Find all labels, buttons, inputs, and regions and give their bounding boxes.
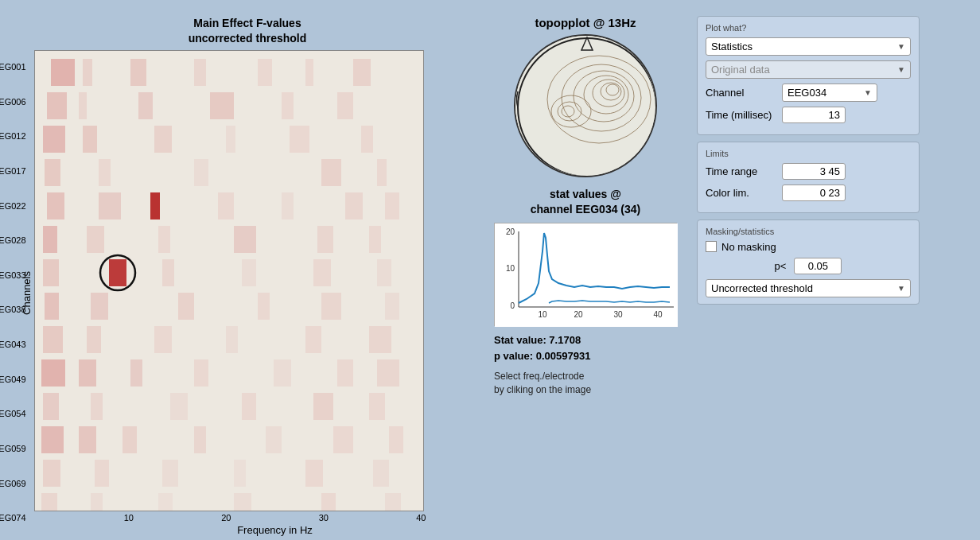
svg-rect-38 [43, 259, 59, 286]
svg-rect-52 [87, 326, 101, 353]
channel-label-eeg069: EEG069 [0, 480, 26, 488]
channel-label-eeg001: EEG001 [0, 63, 26, 72]
threshold-dropdown[interactable]: Uncorrected threshold ▼ [706, 279, 911, 297]
p-value-row: p< [706, 258, 911, 274]
topo-plot [514, 34, 657, 177]
time-range-row: Time range [706, 163, 911, 180]
svg-rect-64 [43, 393, 59, 420]
svg-text:10: 10 [506, 264, 515, 273]
svg-rect-70 [41, 426, 64, 453]
svg-rect-49 [321, 293, 341, 320]
svg-rect-30 [345, 192, 363, 219]
threshold-dropdown-arrow: ▼ [897, 284, 905, 293]
svg-rect-42 [313, 259, 331, 286]
svg-rect-51 [43, 326, 63, 353]
svg-rect-15 [83, 126, 97, 153]
svg-rect-81 [305, 460, 323, 487]
svg-rect-9 [79, 92, 87, 119]
svg-rect-67 [242, 393, 256, 420]
stat-svg: 20 10 0 10 20 30 40 [495, 223, 678, 327]
heatmap-plot[interactable]: EEG001 EEG006 EEG012 EEG017 EEG022 EEG02… [34, 50, 474, 536]
svg-rect-40 [162, 259, 174, 286]
svg-rect-21 [99, 159, 111, 186]
controls-section: Plot what? Statistics ▼ Original data ▼ … [697, 16, 920, 305]
svg-rect-20 [45, 159, 60, 186]
x-tick-10: 10 [124, 513, 134, 523]
statistics-dropdown[interactable]: Statistics ▼ [706, 37, 911, 56]
statistics-dropdown-arrow: ▼ [897, 42, 905, 51]
svg-rect-66 [170, 393, 188, 420]
svg-rect-24 [377, 159, 387, 186]
svg-rect-65 [91, 393, 103, 420]
svg-rect-82 [373, 460, 389, 487]
svg-rect-84 [91, 493, 103, 511]
svg-rect-43 [377, 259, 391, 286]
x-tick-40: 40 [416, 513, 426, 523]
svg-rect-16 [154, 126, 172, 153]
plot-what-panel: Plot what? Statistics ▼ Original data ▼ … [697, 16, 920, 135]
svg-rect-72 [122, 426, 137, 453]
channel-label-eeg028: EEG028 [0, 236, 26, 245]
svg-rect-75 [333, 426, 353, 453]
topo-title: topopplot @ 13Hz [535, 16, 636, 29]
svg-rect-47 [178, 293, 194, 320]
p-input[interactable] [794, 258, 842, 274]
channel-label-eeg022: EEG022 [0, 202, 26, 211]
channel-label-eeg006: EEG006 [0, 98, 26, 107]
svg-rect-62 [337, 359, 353, 387]
heatmap-svg[interactable] [35, 51, 424, 511]
svg-rect-2 [83, 59, 92, 86]
time-input[interactable] [782, 107, 846, 123]
stat-plot[interactable]: 20 10 0 10 20 30 40 [494, 223, 677, 326]
time-range-label: Time range [706, 165, 777, 177]
original-data-dropdown[interactable]: Original data ▼ [706, 60, 911, 79]
svg-rect-59 [130, 359, 142, 387]
time-row: Time (millisec) [706, 107, 911, 123]
svg-rect-4 [194, 59, 206, 86]
svg-rect-83 [41, 493, 57, 511]
x-axis-label: Frequency in Hz [237, 524, 313, 536]
svg-rect-102 [495, 223, 678, 327]
channel-dropdown[interactable]: EEG034 ▼ [782, 84, 877, 102]
svg-rect-76 [389, 426, 403, 453]
svg-rect-77 [43, 460, 60, 487]
color-lim-row: Color lim. [706, 185, 911, 201]
channel-label-eeg017: EEG017 [0, 167, 26, 176]
p-value: p value: 0.00597931 [494, 348, 677, 365]
channel-label-eeg038: EEG038 [0, 305, 26, 314]
time-range-input[interactable] [782, 163, 846, 180]
channel-row: Channel EEG034 ▼ [706, 84, 911, 102]
svg-rect-87 [321, 493, 336, 511]
masking-label: Masking/statistics [706, 227, 911, 236]
no-masking-checkbox[interactable] [706, 241, 717, 252]
svg-rect-33 [87, 226, 104, 253]
heatmap-title: Main Effect F-values uncorrected thresho… [189, 16, 307, 47]
svg-rect-18 [290, 126, 309, 153]
svg-rect-23 [321, 159, 341, 186]
no-masking-row: No masking [706, 241, 911, 253]
svg-rect-35 [234, 226, 256, 253]
limits-panel: Limits Time range Color lim. [697, 142, 920, 213]
heatmap-canvas[interactable] [34, 50, 424, 511]
svg-rect-22 [194, 159, 208, 186]
svg-rect-36 [317, 226, 333, 253]
svg-rect-58 [79, 359, 96, 387]
svg-rect-32 [43, 226, 57, 253]
svg-rect-85 [158, 493, 173, 511]
stat-info: Stat value: 7.1708 p value: 0.00597931 [494, 332, 677, 366]
svg-rect-31 [385, 192, 399, 219]
middle-section: topopplot @ 13Hz [482, 16, 689, 397]
channel-label-text: Channel [706, 87, 777, 99]
svg-rect-41 [242, 259, 256, 286]
plot-what-label: Plot what? [706, 23, 911, 33]
svg-rect-48 [258, 293, 270, 320]
svg-rect-8 [47, 92, 67, 119]
svg-rect-13 [337, 92, 353, 119]
svg-rect-46 [91, 293, 108, 320]
svg-rect-3 [130, 59, 146, 86]
channel-label-eeg033: EEG033 [0, 271, 26, 280]
svg-rect-71 [79, 426, 96, 453]
svg-rect-74 [266, 426, 282, 453]
color-lim-input[interactable] [782, 185, 846, 201]
topo-svg [515, 36, 657, 177]
